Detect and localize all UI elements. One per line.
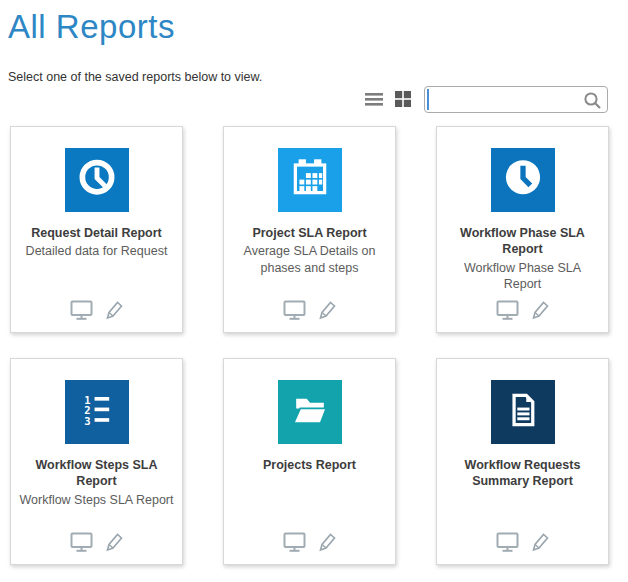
document-icon	[497, 384, 549, 440]
report-card-request-detail[interactable]: Request Detail Report Detailed data for …	[10, 126, 183, 333]
card-actions	[11, 300, 182, 320]
report-title: Request Detail Report	[11, 225, 182, 241]
report-description: Workflow Phase SLA Report	[437, 258, 608, 293]
report-description: Workflow Steps SLA Report	[11, 490, 182, 508]
grid-view-icon[interactable]	[394, 90, 412, 108]
report-card-workflow-phase-sla[interactable]: Workflow Phase SLA Report Workflow Phase…	[436, 126, 609, 333]
report-card-projects[interactable]: Projects Report	[223, 358, 396, 565]
page-title: All Reports	[8, 8, 628, 46]
numbered-list-icon: 1 2 3	[71, 384, 123, 440]
text-caret	[427, 89, 429, 110]
card-actions	[437, 300, 608, 320]
monitor-icon[interactable]	[283, 300, 306, 320]
pencil-icon[interactable]	[105, 300, 124, 320]
clock-solid-icon	[497, 152, 549, 208]
calendar-icon	[284, 152, 336, 208]
pencil-icon[interactable]	[105, 532, 124, 552]
report-tile	[65, 148, 129, 212]
monitor-icon[interactable]	[496, 532, 519, 552]
list-view-icon[interactable]	[364, 91, 384, 107]
report-tile	[491, 148, 555, 212]
reports-grid: Request Detail Report Detailed data for …	[10, 126, 609, 565]
report-description: Average SLA Details on phases and steps	[224, 241, 395, 276]
card-actions	[437, 532, 608, 552]
report-description	[224, 473, 395, 475]
card-actions	[224, 300, 395, 320]
svg-text:3: 3	[84, 415, 90, 427]
clock-outline-icon	[71, 152, 123, 208]
report-title: Workflow Requests Summary Report	[437, 457, 608, 490]
report-title: Projects Report	[224, 457, 395, 473]
report-title: Workflow Phase SLA Report	[437, 225, 608, 258]
search-icon[interactable]	[583, 91, 602, 114]
monitor-icon[interactable]	[70, 532, 93, 552]
report-card-workflow-steps-sla[interactable]: 1 2 3 Workflow Steps SLA Report Workflow…	[10, 358, 183, 565]
monitor-icon[interactable]	[70, 300, 93, 320]
report-title: Workflow Steps SLA Report	[11, 457, 182, 490]
pencil-icon[interactable]	[318, 532, 337, 552]
report-tile	[278, 380, 342, 444]
page-subtitle: Select one of the saved reports below to…	[8, 70, 628, 84]
report-card-project-sla[interactable]: Project SLA Report Average SLA Details o…	[223, 126, 396, 333]
toolbar	[364, 84, 608, 114]
folder-open-icon	[284, 384, 336, 440]
pencil-icon[interactable]	[318, 300, 337, 320]
search-box	[424, 86, 608, 113]
report-tile	[491, 380, 555, 444]
report-card-workflow-requests-summary[interactable]: Workflow Requests Summary Report	[436, 358, 609, 565]
report-tile	[278, 148, 342, 212]
search-input[interactable]	[425, 87, 607, 112]
report-title: Project SLA Report	[224, 225, 395, 241]
report-tile: 1 2 3	[65, 380, 129, 444]
card-actions	[11, 532, 182, 552]
pencil-icon[interactable]	[531, 300, 550, 320]
view-toggle	[364, 90, 412, 108]
monitor-icon[interactable]	[496, 300, 519, 320]
pencil-icon[interactable]	[531, 532, 550, 552]
monitor-icon[interactable]	[283, 532, 306, 552]
report-description: Detailed data for Request	[11, 241, 182, 259]
report-description	[437, 490, 608, 492]
card-actions	[224, 532, 395, 552]
